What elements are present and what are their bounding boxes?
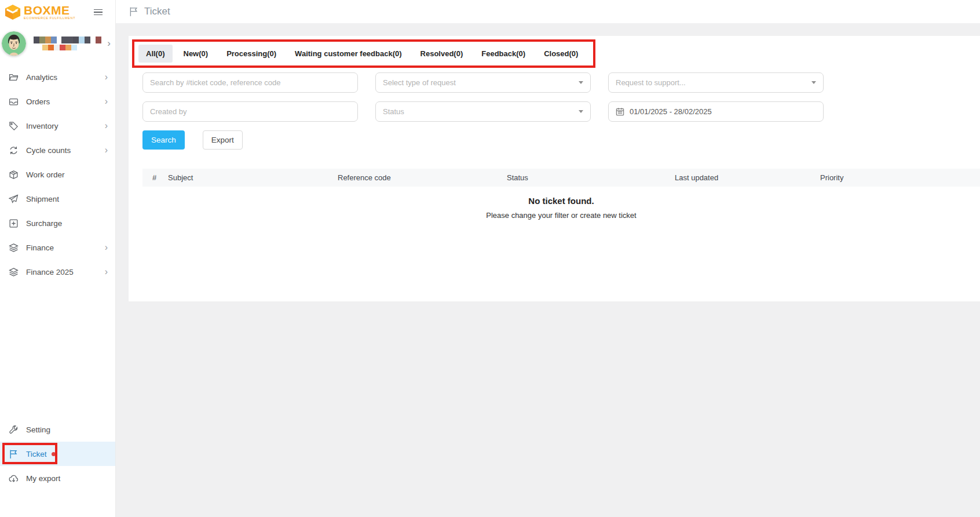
boxme-logo[interactable]: BOXME ECOMMERCE FULFILLMENT xyxy=(3,4,75,20)
boxme-cube-icon xyxy=(3,4,22,20)
request-to-support-select[interactable]: Request to support... xyxy=(608,72,824,93)
caret-down-icon xyxy=(579,81,583,84)
tag-icon xyxy=(9,121,19,131)
cloud-download-icon xyxy=(9,474,19,483)
sidebar-item-label: Surcharge xyxy=(26,219,62,228)
notification-dot xyxy=(52,452,56,456)
avatar xyxy=(2,31,26,56)
brand-name: BOXME xyxy=(24,4,75,16)
sidebar-header: BOXME ECOMMERCE FULFILLMENT xyxy=(0,0,115,23)
column-header-priority: Priority xyxy=(820,173,980,182)
date-range-value: 01/01/2025 - 28/02/2025 xyxy=(630,107,712,116)
tab-processing[interactable]: Processing(0) xyxy=(219,45,284,63)
plus-square-icon xyxy=(9,219,19,228)
cycle-icon xyxy=(9,145,19,155)
export-button[interactable]: Export xyxy=(203,130,243,150)
sidebar-item-surcharge[interactable]: Surcharge xyxy=(0,211,115,235)
flag-icon xyxy=(129,6,139,17)
select-placeholder: Select type of request xyxy=(383,78,456,87)
sidebar-item-finance[interactable]: Finance › xyxy=(0,235,115,260)
page-title: Ticket xyxy=(144,6,170,17)
sidebar-item-finance-2025[interactable]: Finance 2025 › xyxy=(0,260,115,284)
chevron-right-icon: › xyxy=(105,145,108,155)
sidebar-item-label: Orders xyxy=(26,97,50,106)
sidebar-item-cycle-counts[interactable]: Cycle counts › xyxy=(0,138,115,162)
sidebar-item-label: Finance xyxy=(26,243,54,252)
empty-state: No ticket found. Please change your filt… xyxy=(142,196,980,220)
tab-feedback[interactable]: Feedback(0) xyxy=(474,45,533,63)
select-placeholder: Request to support... xyxy=(616,78,686,87)
chevron-right-icon: › xyxy=(105,243,108,252)
user-profile[interactable]: › xyxy=(0,27,115,60)
page-header: Ticket xyxy=(116,0,980,23)
sidebar-item-label: Finance 2025 xyxy=(26,268,74,276)
flag-icon xyxy=(9,449,19,459)
chevron-right-icon: › xyxy=(105,72,108,82)
status-select[interactable]: Status xyxy=(375,101,591,122)
column-header-last-updated: Last updated xyxy=(675,173,820,182)
filter-bar: Select type of request Request to suppor… xyxy=(142,72,980,122)
brand-tagline: ECOMMERCE FULFILLMENT xyxy=(24,17,75,20)
paper-plane-icon xyxy=(9,194,19,204)
chevron-right-icon: › xyxy=(107,38,111,49)
chevron-right-icon: › xyxy=(105,267,108,276)
sidebar-item-label: Work order xyxy=(26,170,65,179)
chevron-right-icon: › xyxy=(105,97,108,106)
tab-waiting-customer-feedback[interactable]: Waiting customer feedback(0) xyxy=(287,45,409,63)
column-header-subject: Subject xyxy=(168,173,338,182)
sidebar-item-ticket[interactable]: Ticket xyxy=(0,442,115,466)
sidebar-item-label: Inventory xyxy=(26,122,58,130)
status-tabs: All(0) New(0) Processing(0) Waiting cust… xyxy=(138,45,589,63)
sidebar-item-shipment[interactable]: Shipment xyxy=(0,187,115,211)
sidebar-item-inventory[interactable]: Inventory › xyxy=(0,114,115,138)
content-area: All(0) New(0) Processing(0) Waiting cust… xyxy=(116,23,980,517)
sidebar-item-label: Cycle counts xyxy=(26,146,71,155)
layers-icon xyxy=(9,243,19,253)
sidebar-item-my-export[interactable]: My export xyxy=(0,466,115,490)
search-button[interactable]: Search xyxy=(142,130,185,150)
tab-resolved[interactable]: Resolved(0) xyxy=(413,45,471,63)
sidebar-item-label: Analytics xyxy=(26,73,57,82)
sidebar-bottom-menu: Setting Ticket My export xyxy=(0,417,115,517)
redacted-username xyxy=(34,37,106,50)
type-of-request-select[interactable]: Select type of request xyxy=(375,72,591,93)
tab-all[interactable]: All(0) xyxy=(138,45,173,63)
action-bar: Search Export xyxy=(142,130,980,150)
ticket-panel: All(0) New(0) Processing(0) Waiting cust… xyxy=(129,36,980,301)
sidebar-item-setting[interactable]: Setting xyxy=(0,417,115,442)
sidebar-item-work-order[interactable]: Work order xyxy=(0,162,115,187)
date-range-picker[interactable]: 01/01/2025 - 28/02/2025 xyxy=(608,101,824,122)
package-icon xyxy=(9,170,19,180)
empty-state-title: No ticket found. xyxy=(142,196,980,206)
sidebar-item-label: My export xyxy=(26,474,60,483)
annotation-box-tabs: All(0) New(0) Processing(0) Waiting cust… xyxy=(132,39,595,68)
sidebar-item-label: Ticket xyxy=(26,450,47,458)
sidebar-item-orders[interactable]: Orders › xyxy=(0,89,115,114)
column-header-status: Status xyxy=(507,173,675,182)
caret-down-icon xyxy=(811,81,816,84)
sidebar-item-analytics[interactable]: Analytics › xyxy=(0,65,115,89)
ticket-table-header: # Subject Reference code Status Last upd… xyxy=(142,169,980,187)
tab-new[interactable]: New(0) xyxy=(176,45,216,63)
select-placeholder: Status xyxy=(383,107,404,116)
chevron-right-icon: › xyxy=(105,121,108,130)
inbox-icon xyxy=(9,97,19,107)
layers-icon xyxy=(9,267,19,277)
calendar-icon xyxy=(616,107,624,116)
folder-icon xyxy=(9,72,19,82)
sidebar-item-label: Setting xyxy=(26,425,50,434)
sidebar: BOXME ECOMMERCE FULFILLMENT xyxy=(0,0,116,517)
main-area: Ticket All(0) New(0) Processing(0) Waiti… xyxy=(116,0,980,517)
sidebar-menu: Analytics › Orders › Inventory › Cycle c… xyxy=(0,65,115,284)
hamburger-menu-icon[interactable] xyxy=(94,9,103,16)
ticket-search-input[interactable] xyxy=(142,72,358,93)
wrench-icon xyxy=(9,425,19,435)
caret-down-icon xyxy=(579,110,583,113)
created-by-input[interactable] xyxy=(142,101,358,122)
tab-closed[interactable]: Closed(0) xyxy=(536,45,586,63)
app-window: BOXME ECOMMERCE FULFILLMENT xyxy=(0,0,980,517)
column-header-index: # xyxy=(152,173,168,182)
sidebar-item-label: Shipment xyxy=(26,195,59,203)
column-header-reference-code: Reference code xyxy=(338,173,507,182)
empty-state-message: Please change your filter or create new … xyxy=(142,211,980,220)
